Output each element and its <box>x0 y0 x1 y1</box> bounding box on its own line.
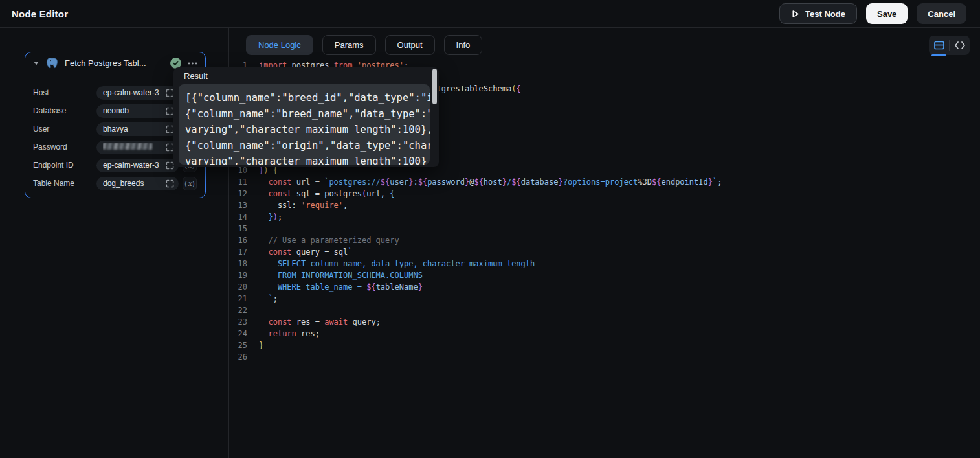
code-line: 22 <box>229 304 980 316</box>
line-number: 23 <box>229 316 247 328</box>
line-number: 19 <box>229 269 247 281</box>
field-label: User <box>33 124 49 133</box>
code-line: 16 // Use a parameterized query <box>229 235 980 246</box>
tab-bar: Node LogicParamsOutputInfo <box>246 35 482 55</box>
page-title: Node Editor <box>12 8 68 19</box>
field-input-password[interactable] <box>96 141 179 154</box>
code-view-button[interactable] <box>950 36 970 55</box>
field-value: ep-calm-water-3 <box>103 88 164 97</box>
code-line: 19 FROM INFORMATION_SCHEMA.COLUMNS <box>229 269 980 281</box>
line-number: 24 <box>229 328 247 339</box>
expand-icon[interactable] <box>166 179 174 188</box>
field-value: bhavya <box>103 124 164 133</box>
postgres-icon <box>46 57 58 69</box>
test-node-button[interactable]: Test Node <box>779 3 857 24</box>
view-toggle <box>929 36 970 55</box>
line-number: 13 <box>229 200 247 211</box>
result-popup: Result [{"column_name":"breed_id","data_… <box>173 67 439 167</box>
code-line: 23 const res = await query; <box>229 316 980 328</box>
tab-output[interactable]: Output <box>385 35 435 55</box>
node-editor-window: Node Editor Test Node Save Cancel <box>0 0 980 458</box>
field-input-endpoint-id[interactable]: ep-calm-water-3 <box>96 159 179 172</box>
code-line: 26 <box>229 351 980 363</box>
field-input-table-name[interactable]: dog_breeds <box>96 177 179 190</box>
code-line: 11 const url = `postgres://${user}:${pas… <box>229 176 980 188</box>
line-number: 20 <box>229 281 247 293</box>
field-value: neondb <box>103 106 164 115</box>
field-value: dog_breeds <box>103 179 164 188</box>
code-line: 24 return res; <box>229 328 980 339</box>
field-label: Endpoint ID <box>33 161 74 170</box>
field-label: Password <box>33 143 67 152</box>
code-line: 25} <box>229 339 980 351</box>
field-value <box>103 143 164 152</box>
cancel-button[interactable]: Cancel <box>917 3 966 24</box>
line-number: 12 <box>229 188 247 200</box>
code-line: 15 <box>229 223 980 235</box>
tab-node-logic[interactable]: Node Logic <box>246 35 313 55</box>
result-popup-content[interactable]: [{"column_name":"breed_id","data_type":"… <box>179 84 430 165</box>
code-line: 21 `; <box>229 293 980 304</box>
code-line: 12 const sql = postgres(url, { <box>229 188 980 200</box>
code-line: 17 const query = sql` <box>229 246 980 258</box>
save-button[interactable]: Save <box>866 3 908 24</box>
line-number: 16 <box>229 235 247 246</box>
split-view-button[interactable] <box>929 36 949 55</box>
field-label: Table Name <box>33 179 74 188</box>
field-input-host[interactable]: ep-calm-water-3 <box>96 86 179 100</box>
code-line: 18 SELECT column_name, data_type, charac… <box>229 258 980 269</box>
line-number: 21 <box>229 293 247 304</box>
field-value: ep-calm-water-3 <box>103 161 164 170</box>
test-node-label: Test Node <box>805 9 845 19</box>
tab-info[interactable]: Info <box>444 35 483 55</box>
active-view-indicator <box>931 54 946 56</box>
field-input-database[interactable]: neondb <box>96 104 179 118</box>
line-number: 17 <box>229 246 247 258</box>
result-popup-scrollbar[interactable] <box>432 69 437 104</box>
code-line: 14 }); <box>229 211 980 223</box>
line-number: 22 <box>229 304 247 316</box>
line-number: 11 <box>229 176 247 188</box>
result-popup-title: Result <box>173 67 439 81</box>
split-view-icon <box>934 41 944 50</box>
code-line: 13 ssl: 'require', <box>229 200 980 211</box>
topbar-actions: Test Node Save Cancel <box>779 3 966 24</box>
node-title: Fetch Postgres Tabl... <box>65 58 146 68</box>
line-number: 15 <box>229 223 247 235</box>
play-icon <box>791 10 799 18</box>
masked-password <box>103 143 152 150</box>
code-icon <box>955 41 965 49</box>
line-number: 26 <box>229 351 247 363</box>
field-input-user[interactable]: bhavya <box>96 122 179 136</box>
line-number: 14 <box>229 211 247 223</box>
field-label: Database <box>33 106 66 115</box>
more-menu-icon[interactable] <box>188 62 197 65</box>
field-row-table-name: Table Namedog_breeds(x) <box>25 174 205 192</box>
line-number: 18 <box>229 258 247 269</box>
code-line: 20 WHERE table_name = ${tableName} <box>229 281 980 293</box>
top-bar: Node Editor Test Node Save Cancel <box>0 0 980 28</box>
variable-button[interactable]: (x) <box>183 177 197 190</box>
tab-params[interactable]: Params <box>322 35 376 55</box>
line-number: 25 <box>229 339 247 351</box>
chevron-down-icon[interactable] <box>33 60 39 67</box>
field-label: Host <box>33 88 49 97</box>
